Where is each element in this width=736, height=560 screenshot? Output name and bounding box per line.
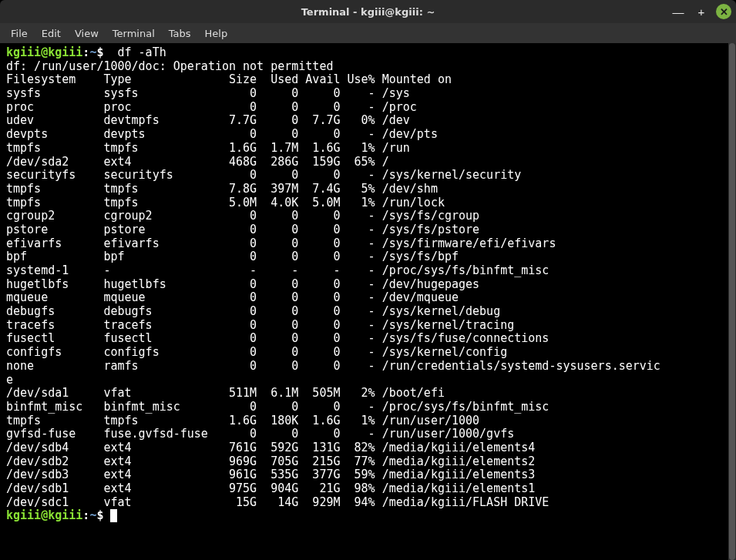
df-row: systemd-1 - - - - - /proc/sys/fs/binfmt_… bbox=[6, 264, 724, 278]
command-text: df -aTh bbox=[118, 45, 166, 59]
prompt-line[interactable]: kgiii@kgiii:~$ bbox=[6, 509, 724, 523]
cursor bbox=[110, 509, 117, 522]
df-row: configfs configfs 0 0 0 - /sys/kernel/co… bbox=[6, 346, 724, 360]
close-button[interactable]: ✕ bbox=[716, 4, 731, 19]
df-row: /dev/sdb3 ext4 961G 535G 377G 59% /media… bbox=[6, 468, 724, 482]
menu-terminal[interactable]: Terminal bbox=[106, 25, 161, 42]
menu-tabs[interactable]: Tabs bbox=[163, 25, 197, 42]
df-row: /dev/sdb4 ext4 761G 592G 131G 82% /media… bbox=[6, 441, 724, 455]
df-row: /dev/sdb2 ext4 969G 705G 215G 77% /media… bbox=[6, 455, 724, 469]
df-row: mqueue mqueue 0 0 0 - /dev/mqueue bbox=[6, 291, 724, 305]
scrollbar[interactable] bbox=[728, 43, 736, 560]
menu-edit[interactable]: Edit bbox=[35, 25, 67, 42]
df-row: binfmt_misc binfmt_misc 0 0 0 - /proc/sy… bbox=[6, 401, 724, 414]
df-row: /dev/sdc1 vfat 15G 14G 929M 94% /media/k… bbox=[6, 496, 724, 510]
df-row: tmpfs tmpfs 1.6G 1.7M 1.6G 1% /run bbox=[6, 142, 724, 156]
menubar: File Edit View Terminal Tabs Help bbox=[0, 23, 736, 43]
prompt-dollar: $ bbox=[96, 508, 103, 522]
window-title: Terminal - kgiii@kgiii: ~ bbox=[0, 6, 736, 18]
df-row: /dev/sdb1 ext4 975G 904G 21G 98% /media/… bbox=[6, 482, 724, 496]
df-row: tmpfs tmpfs 5.0M 4.0K 5.0M 1% /run/lock bbox=[6, 196, 724, 210]
df-row: udev devtmpfs 7.7G 0 7.7G 0% /dev bbox=[6, 114, 724, 128]
scrollbar-thumb[interactable] bbox=[729, 43, 735, 560]
df-row: devpts devpts 0 0 0 - /dev/pts bbox=[6, 128, 724, 142]
df-row: pstore pstore 0 0 0 - /sys/fs/pstore bbox=[6, 223, 724, 237]
df-row: tmpfs tmpfs 7.8G 397M 7.4G 5% /dev/shm bbox=[6, 183, 724, 196]
df-row: proc proc 0 0 0 - /proc bbox=[6, 101, 724, 115]
terminal-output[interactable]: kgiii@kgiii:~$ df -aThdf: /run/user/1000… bbox=[0, 43, 728, 560]
prompt-userhost: kgiii@kgiii bbox=[6, 45, 82, 59]
error-line: df: /run/user/1000/doc: Operation not pe… bbox=[6, 60, 724, 74]
df-row: hugetlbfs hugetlbfs 0 0 0 - /dev/hugepag… bbox=[6, 278, 724, 292]
df-row: /dev/sda1 vfat 511M 6.1M 505M 2% /boot/e… bbox=[6, 387, 724, 401]
df-row: cgroup2 cgroup2 0 0 0 - /sys/fs/cgroup bbox=[6, 210, 724, 223]
menu-help[interactable]: Help bbox=[199, 25, 234, 42]
df-row: none ramfs 0 0 0 - /run/credentials/syst… bbox=[6, 360, 724, 374]
df-row: tmpfs tmpfs 1.6G 180K 1.6G 1% /run/user/… bbox=[6, 414, 724, 428]
titlebar: Terminal - kgiii@kgiii: ~ — + ✕ bbox=[0, 0, 736, 23]
menu-view[interactable]: View bbox=[69, 25, 105, 42]
df-row: /dev/sda2 ext4 468G 286G 159G 65% / bbox=[6, 156, 724, 169]
df-row: bpf bpf 0 0 0 - /sys/fs/bpf bbox=[6, 250, 724, 264]
maximize-button[interactable]: + bbox=[693, 3, 710, 20]
df-row: fusectl fusectl 0 0 0 - /sys/fs/fuse/con… bbox=[6, 332, 724, 346]
prompt-userhost: kgiii@kgiii bbox=[6, 508, 82, 522]
df-row: gvfsd-fuse fuse.gvfsd-fuse 0 0 0 - /run/… bbox=[6, 428, 724, 441]
df-row: tracefs tracefs 0 0 0 - /sys/kernel/trac… bbox=[6, 319, 724, 333]
df-row-overflow: e bbox=[6, 374, 724, 387]
df-header: Filesystem Type Size Used Avail Use% Mou… bbox=[6, 73, 724, 87]
df-row: efivarfs efivarfs 0 0 0 - /sys/firmware/… bbox=[6, 237, 724, 251]
df-row: sysfs sysfs 0 0 0 - /sys bbox=[6, 87, 724, 101]
command-line: kgiii@kgiii:~$ df -aTh bbox=[6, 46, 724, 60]
window-controls: — + ✕ bbox=[670, 0, 731, 23]
df-row: securityfs securityfs 0 0 0 - /sys/kerne… bbox=[6, 169, 724, 183]
prompt-dollar: $ bbox=[96, 45, 103, 59]
minimize-button[interactable]: — bbox=[670, 3, 687, 20]
menu-file[interactable]: File bbox=[5, 25, 34, 42]
df-row: debugfs debugfs 0 0 0 - /sys/kernel/debu… bbox=[6, 305, 724, 319]
